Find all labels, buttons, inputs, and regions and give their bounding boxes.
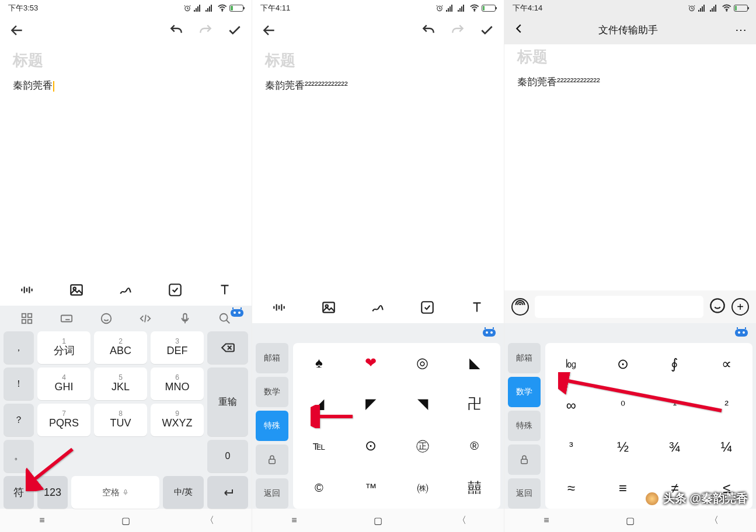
keyboard-brand-icon[interactable]	[228, 304, 246, 318]
punct-period-key[interactable]: 。	[4, 440, 34, 473]
key-9[interactable]: 9WXYZ	[151, 404, 204, 436]
cat-lock[interactable]	[256, 444, 288, 475]
nav-home-icon[interactable]: ▢	[366, 515, 389, 526]
key-7[interactable]: 7PQRS	[37, 404, 90, 436]
cat-special[interactable]: 特殊	[256, 411, 288, 441]
cat-return[interactable]: 返回	[508, 478, 541, 509]
checkbox-icon[interactable]	[163, 278, 187, 302]
sym-heart[interactable]: ❤	[345, 343, 397, 383]
image-icon[interactable]	[64, 278, 89, 302]
sym-quarter[interactable]: ¼	[701, 426, 752, 467]
more-button[interactable]: ⋯	[730, 23, 748, 37]
sym-triangle-br[interactable]: ◢	[293, 383, 345, 425]
nav-back-icon[interactable]: 〈	[198, 514, 221, 527]
back-button[interactable]	[513, 22, 525, 37]
grid-icon[interactable]	[20, 312, 33, 327]
back-button[interactable]	[9, 23, 25, 40]
confirm-button[interactable]	[479, 23, 494, 40]
editor-content[interactable]: 标题 秦韵莞香	[0, 48, 252, 274]
voice-wave-icon[interactable]	[15, 278, 39, 302]
key-5[interactable]: 5JKL	[94, 368, 147, 400]
cat-return[interactable]: 返回	[256, 478, 288, 509]
undo-button[interactable]	[169, 23, 184, 40]
key-2[interactable]: 2ABC	[94, 331, 147, 364]
sym-triangle-tr[interactable]: ◥	[397, 383, 449, 425]
sym-spade[interactable]: ♠	[293, 343, 345, 383]
cat-email[interactable]: 邮箱	[508, 343, 541, 373]
keyboard-brand-icon[interactable]	[480, 324, 498, 338]
key-3[interactable]: 3DEF	[151, 331, 204, 364]
sym-manji[interactable]: 卍	[448, 383, 500, 425]
sym-trademark[interactable]: ™	[345, 467, 397, 509]
sym-triangle-bl[interactable]: ◣	[448, 343, 500, 383]
nav-home-icon[interactable]: ▢	[114, 515, 137, 526]
image-icon[interactable]	[316, 295, 341, 320]
punct-quest-key[interactable]: ？	[4, 404, 34, 436]
text-format-icon[interactable]	[212, 278, 237, 302]
sym-half[interactable]: ½	[597, 426, 649, 467]
message-input[interactable]	[535, 296, 703, 318]
sym-sup3[interactable]: ³	[545, 426, 597, 467]
sym-triangle-tl[interactable]: ◤	[345, 383, 397, 425]
sym-infinity[interactable]: ∞	[545, 384, 597, 426]
sym-identical[interactable]: ≡	[597, 467, 649, 509]
back-button[interactable]	[262, 23, 277, 40]
key-1[interactable]: 1分词	[37, 331, 90, 364]
keyboard-brand-icon[interactable]	[733, 324, 750, 338]
scribble-icon[interactable]	[365, 295, 390, 320]
sym-three-quarter[interactable]: ¾	[649, 426, 701, 467]
nav-menu-icon[interactable]: ≡	[535, 515, 558, 526]
sym-integral[interactable]: ∮	[649, 343, 701, 384]
text-format-icon[interactable]	[465, 295, 489, 320]
key-8[interactable]: 8TUV	[94, 404, 147, 436]
nav-menu-icon[interactable]: ≡	[30, 515, 54, 526]
backspace-key[interactable]	[207, 331, 248, 364]
sym-sup0[interactable]: ⁰	[597, 384, 649, 426]
keyboard-layout-icon[interactable]	[60, 312, 73, 327]
code-tag-icon[interactable]	[139, 312, 152, 327]
voice-wave-icon[interactable]	[267, 295, 291, 320]
sym-sup2[interactable]: ²	[701, 384, 752, 426]
sym-copyright[interactable]: ©	[293, 467, 345, 509]
sym-kabu[interactable]: ㈱	[397, 467, 449, 509]
nav-menu-icon[interactable]: ≡	[283, 515, 306, 526]
language-key[interactable]: 中/英	[163, 476, 204, 509]
sym-approx[interactable]: ≈	[545, 467, 597, 509]
sym-sup1[interactable]: ¹	[649, 384, 701, 426]
scribble-icon[interactable]	[113, 278, 138, 302]
punct-comma-key[interactable]: ，	[4, 331, 34, 364]
undo-button[interactable]	[421, 23, 436, 40]
key-6[interactable]: 6MNO	[151, 368, 204, 400]
sym-proportional[interactable]: ∝	[701, 343, 752, 384]
editor-content[interactable]: 标题 秦韵莞香²²²²²²²²²²²²²	[504, 44, 756, 290]
space-key[interactable]: 空格	[71, 476, 159, 509]
sym-registered[interactable]: ®	[448, 425, 500, 467]
symbol-key[interactable]: 符	[4, 476, 34, 509]
sym-double-happiness[interactable]: 囍	[448, 467, 500, 509]
body-text[interactable]: 秦韵莞香²²²²²²²²²²²²²	[265, 79, 491, 92]
sym-tel[interactable]: ℡	[293, 425, 345, 467]
nav-back-icon[interactable]: 〈	[702, 514, 726, 527]
enter-key[interactable]	[207, 476, 248, 509]
sym-circled-dot[interactable]: ⊙	[597, 343, 649, 384]
nav-back-icon[interactable]: 〈	[450, 514, 473, 527]
cat-lock[interactable]	[508, 444, 541, 475]
emoji-icon[interactable]	[100, 312, 113, 327]
confirm-button[interactable]	[227, 23, 242, 40]
title-placeholder[interactable]: 标题	[517, 47, 743, 67]
voice-icon[interactable]	[179, 312, 191, 327]
sym-correct[interactable]: ㊣	[397, 425, 449, 467]
cat-special[interactable]: 特殊	[508, 411, 541, 441]
editor-content[interactable]: 标题 秦韵莞香²²²²²²²²²²²²²	[252, 48, 504, 292]
body-text[interactable]: 秦韵莞香²²²²²²²²²²²²²	[517, 75, 743, 89]
sym-circle-double[interactable]: ◎	[397, 343, 449, 383]
cat-email[interactable]: 邮箱	[256, 343, 288, 373]
number-key[interactable]: 123	[37, 476, 68, 509]
voice-input-icon[interactable]	[511, 298, 529, 316]
retype-key[interactable]: 重输	[207, 368, 248, 436]
key-4[interactable]: 4GHI	[37, 368, 90, 400]
cat-math[interactable]: 数学	[256, 377, 288, 407]
body-text[interactable]: 秦韵莞香	[13, 79, 239, 92]
title-placeholder[interactable]: 标题	[265, 50, 491, 71]
emoji-button[interactable]	[709, 298, 726, 316]
